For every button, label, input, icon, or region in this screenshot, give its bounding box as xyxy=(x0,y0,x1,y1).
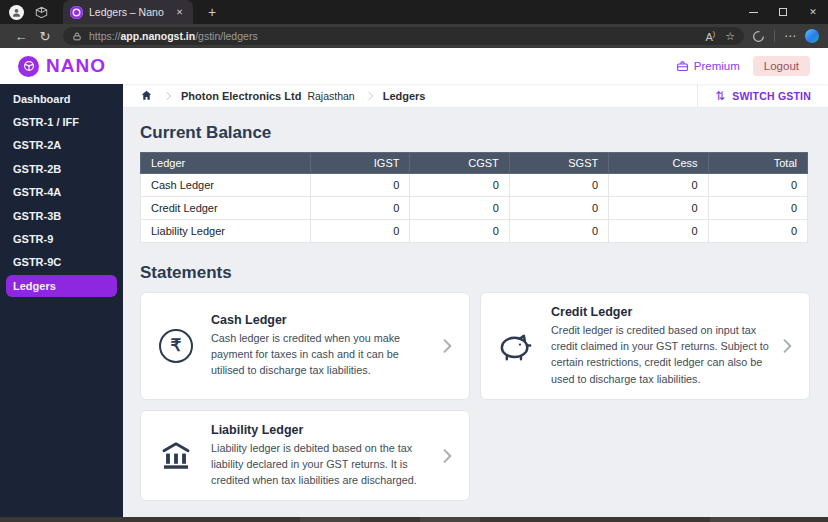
home-icon[interactable] xyxy=(140,89,153,102)
breadcrumb-separator-icon xyxy=(163,91,171,99)
sidebar-item-gstr9c[interactable]: GSTR-9C xyxy=(0,251,123,274)
premium-link[interactable]: Premium xyxy=(676,60,740,73)
taskbar-segment xyxy=(420,517,480,522)
card-description: Credit ledger is credited based on input… xyxy=(551,322,773,387)
chevron-right-icon[interactable] xyxy=(437,446,457,466)
sidebar-item-dashboard[interactable]: Dashboard xyxy=(0,87,123,110)
cell-cess: 0 xyxy=(609,197,708,220)
person-icon xyxy=(11,7,22,18)
read-aloud-icon[interactable]: A) xyxy=(705,30,715,43)
breadcrumb-state: Rajasthan xyxy=(307,90,354,102)
tab-title: Ledgers – Nano xyxy=(89,6,173,18)
window-controls: ✕ xyxy=(738,0,828,24)
url-path: /gstin/ledgers xyxy=(195,30,257,42)
cell-sgst: 0 xyxy=(509,220,608,243)
reload-icon[interactable]: ↻ xyxy=(33,30,57,43)
cell-total: 0 xyxy=(708,220,807,243)
app-body: Dashboard GSTR-1 / IFF GSTR-2A GSTR-2B G… xyxy=(0,84,828,517)
sidebar-item-gstr3b[interactable]: GSTR-3B xyxy=(0,204,123,227)
address-bar[interactable]: https://app.nanogst.in/gstin/ledgers A) … xyxy=(63,27,744,45)
minimize-button[interactable] xyxy=(738,0,768,24)
sidebar-item-ledgers[interactable]: Ledgers xyxy=(6,275,117,297)
url-text: https://app.nanogst.in/gstin/ledgers xyxy=(89,30,695,42)
cell-ledger-name: Credit Ledger xyxy=(141,197,311,220)
window-close-button[interactable]: ✕ xyxy=(798,0,828,24)
nano-logo[interactable]: NANO xyxy=(18,55,106,77)
taskbar-segment xyxy=(710,517,760,522)
credit-ledger-card[interactable]: Credit Ledger Credit ledger is credited … xyxy=(480,292,810,400)
cell-ledger-name: Cash Ledger xyxy=(141,174,311,197)
col-total: Total xyxy=(708,153,807,174)
sidebar-item-gstr4a[interactable]: GSTR-4A xyxy=(0,181,123,204)
cell-igst: 0 xyxy=(311,197,410,220)
breadcrumb-company: Photon Electronics Ltd xyxy=(181,90,301,102)
url-protocol: https:// xyxy=(89,30,121,42)
current-balance-title: Current Balance xyxy=(140,123,808,143)
card-body: Cash Ledger Cash ledger is credited when… xyxy=(211,313,437,379)
chevron-right-icon[interactable] xyxy=(777,336,797,356)
up-down-arrows-icon: ⇅ xyxy=(715,90,725,102)
sidebar-item-gstr2b[interactable]: GSTR-2B xyxy=(0,157,123,180)
briefcase-icon xyxy=(676,60,689,73)
card-title: Credit Ledger xyxy=(551,305,773,319)
header-actions: Premium Logout xyxy=(676,56,810,76)
col-ledger: Ledger xyxy=(141,153,311,174)
favorite-star-icon[interactable]: ☆ xyxy=(725,31,735,42)
breadcrumb-current-page: Ledgers xyxy=(383,90,426,102)
cell-igst: 0 xyxy=(311,220,410,243)
browser-tab[interactable]: Ledgers – Nano ✕ xyxy=(63,0,193,24)
workspaces-icon[interactable] xyxy=(35,6,48,19)
logout-button[interactable]: Logout xyxy=(753,56,810,76)
taskbar-segment xyxy=(300,517,360,522)
premium-label: Premium xyxy=(694,60,740,72)
cell-igst: 0 xyxy=(311,174,410,197)
cell-total: 0 xyxy=(708,174,807,197)
cell-cgst: 0 xyxy=(410,220,509,243)
bank-building-icon xyxy=(155,439,197,473)
table-header-row: Ledger IGST CGST SGST Cess Total xyxy=(141,153,808,174)
tab-close-icon[interactable]: ✕ xyxy=(173,5,186,19)
card-description: Liability ledger is debited based on the… xyxy=(211,440,433,489)
table-row: Cash Ledger 0 0 0 0 0 xyxy=(141,174,808,197)
cell-cgst: 0 xyxy=(410,197,509,220)
piggy-bank-icon xyxy=(495,329,537,363)
content-area: Photon Electronics Ltd Rajasthan Ledgers… xyxy=(123,84,828,517)
browser-tab-strip: Ledgers – Nano ✕ + ✕ xyxy=(0,0,828,24)
sidebar-item-gstr9[interactable]: GSTR-9 xyxy=(0,227,123,250)
cell-cess: 0 xyxy=(609,220,708,243)
cell-sgst: 0 xyxy=(509,197,608,220)
toolbar-divider xyxy=(774,30,775,42)
breadcrumb-separator-icon xyxy=(364,91,372,99)
copilot-icon[interactable] xyxy=(805,29,819,43)
switch-gstin-button[interactable]: ⇅ SWITCH GSTIN xyxy=(697,84,828,107)
table-row: Credit Ledger 0 0 0 0 0 xyxy=(141,197,808,220)
cash-ledger-card[interactable]: ₹ Cash Ledger Cash ledger is credited wh… xyxy=(140,292,470,400)
extension-icon[interactable] xyxy=(752,30,765,43)
sidebar-item-gstr2a[interactable]: GSTR-2A xyxy=(0,134,123,157)
breadcrumb: Photon Electronics Ltd Rajasthan Ledgers… xyxy=(123,84,828,108)
chevron-right-icon[interactable] xyxy=(437,336,457,356)
back-icon[interactable]: ← xyxy=(9,30,33,43)
sidebar-item-gstr1-iff[interactable]: GSTR-1 / IFF xyxy=(0,110,123,133)
lock-icon xyxy=(72,31,82,42)
app-header: NANO Premium Logout xyxy=(0,48,828,84)
site-favicon-icon xyxy=(70,6,83,19)
main-panel: Current Balance Ledger IGST CGST SGST Ce… xyxy=(123,108,828,517)
card-body: Credit Ledger Credit ledger is credited … xyxy=(551,305,777,387)
logo-text: NANO xyxy=(46,55,106,77)
liability-ledger-card[interactable]: Liability Ledger Liability ledger is deb… xyxy=(140,410,470,502)
col-igst: IGST xyxy=(311,153,410,174)
cell-ledger-name: Liability Ledger xyxy=(141,220,311,243)
col-cess: Cess xyxy=(609,153,708,174)
url-domain: app.nanogst.in xyxy=(121,30,196,42)
card-description: Cash ledger is credited when you make pa… xyxy=(211,330,433,379)
current-balance-table: Ledger IGST CGST SGST Cess Total Cash Le… xyxy=(140,152,808,243)
settings-menu-icon[interactable]: ⋯ xyxy=(784,30,796,42)
new-tab-button[interactable]: + xyxy=(203,3,221,21)
browser-profile-avatar-icon[interactable] xyxy=(9,5,24,20)
maximize-button[interactable] xyxy=(768,0,798,24)
cell-cgst: 0 xyxy=(410,174,509,197)
nano-logo-icon xyxy=(18,56,39,77)
browser-window: Ledgers – Nano ✕ + ✕ ← ↻ https://app.nan… xyxy=(0,0,828,522)
cell-cess: 0 xyxy=(609,174,708,197)
